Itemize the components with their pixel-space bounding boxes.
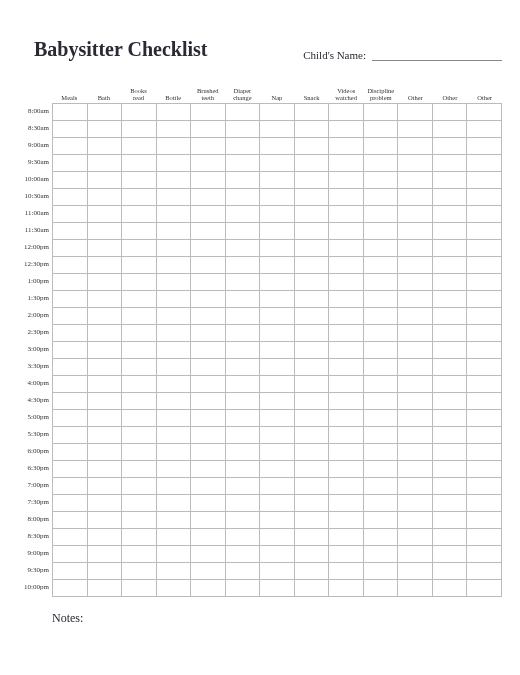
grid-cell[interactable] [53, 189, 88, 206]
grid-cell[interactable] [364, 342, 399, 359]
grid-cell[interactable] [364, 121, 399, 138]
grid-cell[interactable] [157, 461, 192, 478]
grid-cell[interactable] [191, 189, 226, 206]
grid-cell[interactable] [226, 240, 261, 257]
grid-cell[interactable] [88, 512, 123, 529]
grid-cell[interactable] [467, 104, 502, 121]
grid-cell[interactable] [226, 155, 261, 172]
grid-cell[interactable] [467, 325, 502, 342]
grid-cell[interactable] [329, 393, 364, 410]
grid-cell[interactable] [88, 410, 123, 427]
grid-cell[interactable] [88, 325, 123, 342]
grid-cell[interactable] [88, 240, 123, 257]
grid-cell[interactable] [157, 172, 192, 189]
grid-cell[interactable] [364, 461, 399, 478]
grid-cell[interactable] [191, 206, 226, 223]
grid-cell[interactable] [122, 223, 157, 240]
grid-cell[interactable] [398, 172, 433, 189]
grid-cell[interactable] [157, 223, 192, 240]
grid-cell[interactable] [398, 155, 433, 172]
grid-cell[interactable] [364, 478, 399, 495]
grid-cell[interactable] [467, 444, 502, 461]
grid-cell[interactable] [467, 580, 502, 597]
grid-cell[interactable] [53, 223, 88, 240]
grid-cell[interactable] [398, 325, 433, 342]
grid-cell[interactable] [467, 274, 502, 291]
grid-cell[interactable] [157, 342, 192, 359]
grid-cell[interactable] [295, 512, 330, 529]
grid-cell[interactable] [364, 206, 399, 223]
grid-cell[interactable] [295, 223, 330, 240]
grid-cell[interactable] [329, 461, 364, 478]
grid-cell[interactable] [433, 240, 468, 257]
grid-cell[interactable] [433, 461, 468, 478]
grid-cell[interactable] [260, 342, 295, 359]
grid-cell[interactable] [88, 223, 123, 240]
grid-cell[interactable] [398, 512, 433, 529]
grid-cell[interactable] [329, 444, 364, 461]
grid-cell[interactable] [157, 410, 192, 427]
grid-cell[interactable] [260, 206, 295, 223]
grid-cell[interactable] [226, 308, 261, 325]
grid-cell[interactable] [260, 223, 295, 240]
grid-cell[interactable] [226, 291, 261, 308]
grid-cell[interactable] [433, 478, 468, 495]
grid-cell[interactable] [157, 308, 192, 325]
grid-cell[interactable] [398, 291, 433, 308]
grid-cell[interactable] [433, 512, 468, 529]
grid-cell[interactable] [157, 427, 192, 444]
grid-cell[interactable] [191, 121, 226, 138]
grid-cell[interactable] [295, 495, 330, 512]
grid-cell[interactable] [329, 206, 364, 223]
grid-cell[interactable] [467, 461, 502, 478]
grid-cell[interactable] [157, 359, 192, 376]
grid-cell[interactable] [260, 308, 295, 325]
grid-cell[interactable] [433, 495, 468, 512]
grid-cell[interactable] [191, 257, 226, 274]
grid-cell[interactable] [122, 376, 157, 393]
grid-cell[interactable] [157, 189, 192, 206]
grid-cell[interactable] [122, 172, 157, 189]
grid-cell[interactable] [433, 155, 468, 172]
grid-cell[interactable] [88, 444, 123, 461]
grid-cell[interactable] [433, 529, 468, 546]
grid-cell[interactable] [329, 189, 364, 206]
grid-cell[interactable] [226, 223, 261, 240]
grid-cell[interactable] [364, 512, 399, 529]
grid-cell[interactable] [191, 376, 226, 393]
grid-cell[interactable] [53, 138, 88, 155]
grid-cell[interactable] [433, 359, 468, 376]
grid-cell[interactable] [88, 393, 123, 410]
grid-cell[interactable] [295, 189, 330, 206]
grid-cell[interactable] [433, 291, 468, 308]
grid-cell[interactable] [226, 172, 261, 189]
grid-cell[interactable] [53, 342, 88, 359]
grid-cell[interactable] [157, 478, 192, 495]
grid-cell[interactable] [329, 291, 364, 308]
grid-cell[interactable] [226, 138, 261, 155]
grid-cell[interactable] [157, 512, 192, 529]
grid-cell[interactable] [88, 138, 123, 155]
grid-cell[interactable] [398, 342, 433, 359]
grid-cell[interactable] [88, 172, 123, 189]
grid-cell[interactable] [467, 189, 502, 206]
grid-cell[interactable] [191, 461, 226, 478]
grid-cell[interactable] [398, 580, 433, 597]
grid-cell[interactable] [364, 274, 399, 291]
grid-cell[interactable] [467, 257, 502, 274]
grid-cell[interactable] [433, 325, 468, 342]
grid-cell[interactable] [122, 240, 157, 257]
grid-cell[interactable] [53, 257, 88, 274]
grid-cell[interactable] [260, 495, 295, 512]
grid-cell[interactable] [398, 427, 433, 444]
grid-cell[interactable] [88, 478, 123, 495]
grid-cell[interactable] [226, 206, 261, 223]
grid-cell[interactable] [364, 376, 399, 393]
grid-cell[interactable] [295, 257, 330, 274]
grid-cell[interactable] [364, 546, 399, 563]
grid-cell[interactable] [364, 240, 399, 257]
grid-cell[interactable] [226, 563, 261, 580]
grid-cell[interactable] [157, 580, 192, 597]
grid-cell[interactable] [260, 104, 295, 121]
grid-cell[interactable] [122, 410, 157, 427]
